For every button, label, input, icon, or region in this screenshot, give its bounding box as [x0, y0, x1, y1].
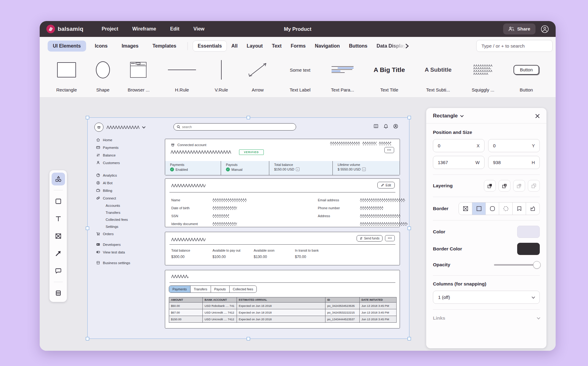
- palette-item-text-para[interactable]: Text Para...: [326, 58, 359, 97]
- bring-to-front-button[interactable]: [484, 180, 496, 192]
- nav-customers[interactable]: Customers: [96, 159, 147, 167]
- nav-billing[interactable]: Billing: [96, 187, 147, 194]
- account-more-button[interactable]: •••: [384, 147, 394, 153]
- arrow-tool-button[interactable]: [52, 247, 65, 260]
- table-row[interactable]: $67.00USD Unicredit .... 7412Expected on…: [169, 309, 397, 316]
- menu-edit[interactable]: Edit: [170, 26, 179, 32]
- menu-view[interactable]: View: [194, 26, 205, 32]
- border-style-dashed-circle-button[interactable]: [499, 203, 513, 215]
- share-button[interactable]: Share: [503, 23, 535, 34]
- palette-item-squiggly[interactable]: Squiggly ...: [466, 58, 500, 97]
- inspector-title-chevron-icon[interactable]: [460, 114, 464, 117]
- tab-payments[interactable]: Payments: [169, 286, 191, 292]
- category-data-display[interactable]: Data Display: [372, 41, 406, 51]
- palette-item-vrule[interactable]: V.Rule: [211, 58, 232, 97]
- balance-more-button[interactable]: •••: [385, 235, 395, 241]
- category-text[interactable]: Text: [267, 41, 286, 51]
- send-to-back-button[interactable]: [528, 180, 540, 192]
- nav-ai-bot[interactable]: AI Bot: [96, 179, 147, 187]
- nav-analytics[interactable]: Analytics: [96, 171, 147, 179]
- selection-handle-ne[interactable]: [408, 116, 411, 119]
- height-input[interactable]: [493, 160, 521, 165]
- selection-handle-s[interactable]: [247, 337, 250, 340]
- wireframe-mockup[interactable]: Home Payments Balance Customers Ana: [88, 118, 409, 339]
- x-input[interactable]: [438, 143, 465, 148]
- nav-balance[interactable]: Balance: [96, 151, 147, 159]
- tab-transfers[interactable]: Transfers: [191, 286, 211, 292]
- account-avatar-icon[interactable]: [540, 25, 549, 33]
- nav-orders[interactable]: Orders: [96, 230, 147, 238]
- selection-handle-w[interactable]: [86, 227, 89, 230]
- comment-tool-button[interactable]: [52, 264, 65, 277]
- nav-business-settings[interactable]: Business settings: [96, 259, 147, 267]
- category-forms[interactable]: Forms: [286, 41, 310, 51]
- nav-accounts[interactable]: Accounts: [96, 202, 147, 209]
- columns-select[interactable]: 1 (off): [433, 291, 540, 304]
- selection-handle-nw[interactable]: [86, 116, 89, 119]
- width-input[interactable]: [438, 160, 465, 165]
- palette-item-text-title[interactable]: A Big Title Text Title: [368, 58, 410, 97]
- palette-item-text-label[interactable]: Some text Text Label: [283, 58, 317, 97]
- border-style-none-button[interactable]: [459, 203, 472, 215]
- palette-item-text-subtitle[interactable]: A Subtitle Text Subti...: [419, 58, 457, 97]
- x-field[interactable]: X: [433, 139, 485, 152]
- palette-item-hrule[interactable]: H.Rule: [162, 58, 201, 97]
- selection-handle-sw[interactable]: [86, 337, 89, 340]
- selection-handle-n[interactable]: [247, 116, 250, 119]
- links-row[interactable]: Links: [433, 310, 540, 327]
- tab-templates[interactable]: Templates: [147, 41, 182, 52]
- image-tool-button[interactable]: [52, 230, 65, 242]
- height-field[interactable]: H: [488, 156, 540, 169]
- profile-icon[interactable]: [393, 124, 398, 129]
- selection-handle-e[interactable]: [408, 227, 411, 230]
- send-backward-button[interactable]: [513, 180, 525, 192]
- nav-collected-fees[interactable]: Collected fees: [96, 216, 147, 223]
- width-field[interactable]: W: [433, 156, 485, 169]
- nav-payments[interactable]: Payments: [96, 144, 147, 151]
- table-row[interactable]: $50.00USD Robobank .... 741Expected on J…: [169, 303, 397, 309]
- palette-item-shape[interactable]: Shape: [91, 58, 115, 97]
- palette-item-cutoff[interactable]: Bu: [553, 58, 556, 97]
- tab-collected-fees[interactable]: Collected fees: [230, 286, 257, 292]
- category-all[interactable]: All: [227, 41, 242, 51]
- nav-settings[interactable]: Settings: [96, 223, 147, 230]
- docs-book-icon[interactable]: [373, 124, 379, 129]
- menu-project[interactable]: Project: [102, 26, 118, 32]
- fill-color-swatch[interactable]: [517, 226, 540, 238]
- table-row[interactable]: $150.00USD Unicredit .... 7412Expected o…: [169, 316, 397, 323]
- nav-home[interactable]: Home: [96, 136, 147, 144]
- palette-item-button[interactable]: Button Button: [509, 58, 543, 97]
- tab-icons[interactable]: Icons: [90, 41, 113, 52]
- border-style-rounded-button[interactable]: [486, 203, 499, 215]
- border-style-peak-button[interactable]: [526, 203, 539, 215]
- menu-wireframe[interactable]: Wireframe: [132, 26, 156, 32]
- tab-ui-elements[interactable]: UI Elements: [48, 41, 86, 52]
- nav-transfers[interactable]: Transfers: [96, 209, 147, 216]
- nav-developers[interactable]: Developers: [96, 241, 147, 248]
- inspector-close-icon[interactable]: [535, 114, 540, 118]
- mockup-logo-group[interactable]: [94, 123, 145, 132]
- palette-item-browser[interactable]: Browser ...: [124, 58, 153, 97]
- library-search-input[interactable]: [476, 40, 553, 52]
- edit-button[interactable]: Edit: [377, 182, 395, 188]
- send-funds-button[interactable]: Send funds: [357, 235, 383, 242]
- palette-item-rectangle[interactable]: Rectangle: [51, 58, 82, 97]
- y-field[interactable]: Y: [488, 139, 540, 152]
- category-layout[interactable]: Layout: [242, 41, 267, 51]
- border-style-bookmark-button[interactable]: [513, 203, 526, 215]
- category-buttons[interactable]: Buttons: [344, 41, 372, 51]
- nav-view-test-data[interactable]: View test data: [96, 248, 147, 256]
- category-navigation[interactable]: Navigation: [310, 41, 344, 51]
- selection-handle-se[interactable]: [408, 337, 411, 340]
- shapes-tool-button[interactable]: [52, 173, 65, 185]
- tab-payouts[interactable]: Payouts: [211, 286, 230, 292]
- mockup-search-bar[interactable]: [173, 123, 296, 131]
- mockup-search-input[interactable]: [182, 125, 293, 129]
- nav-connect[interactable]: Connect: [96, 194, 147, 202]
- rectangle-tool-button[interactable]: [52, 195, 65, 208]
- text-tool-button[interactable]: [52, 212, 65, 225]
- y-input[interactable]: [493, 143, 521, 148]
- bring-forward-button[interactable]: [499, 180, 510, 192]
- notifications-bell-icon[interactable]: [383, 124, 388, 129]
- tab-images[interactable]: Images: [116, 41, 143, 52]
